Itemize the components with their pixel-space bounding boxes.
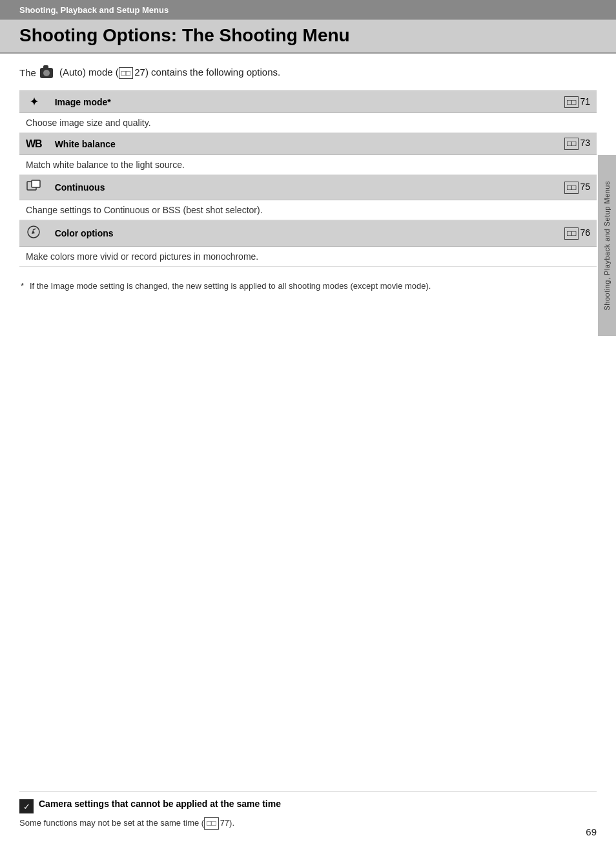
continuous-desc: Change settings to Continuous or BSS (be… xyxy=(19,200,597,220)
bottom-note-box: ✓ Camera settings that cannot be applied… xyxy=(19,799,597,813)
intro-page-ref: 27 xyxy=(134,67,145,78)
intro-prefix: The xyxy=(19,67,36,78)
table-row: Continuous □□75 xyxy=(19,175,597,200)
intro-suffix: ) contains the following options. xyxy=(145,67,280,78)
bottom-note-area: ✓ Camera settings that cannot be applied… xyxy=(19,791,597,830)
white-balance-desc: Match white balance to the light source. xyxy=(19,155,597,175)
image-mode-desc: Choose image size and quality. xyxy=(19,113,597,133)
page-number: 69 xyxy=(586,826,597,837)
side-tab: Shooting, Playback and Setup Menus xyxy=(598,155,616,336)
continuous-icon xyxy=(26,183,41,194)
wb-icon-cell: WB xyxy=(19,133,48,155)
footnote-marker: * xyxy=(21,280,26,293)
main-title-area: Shooting Options: The Shooting Menu xyxy=(0,20,616,54)
page-container: Shooting, Playback and Setup Menus Shoot… xyxy=(0,0,616,849)
continuous-icon-cell xyxy=(19,175,48,200)
color-options-icon xyxy=(26,230,41,241)
image-mode-icon-cell: ✦ xyxy=(19,91,48,113)
color-options-label: Color options xyxy=(48,220,407,247)
side-tab-text: Shooting, Playback and Setup Menus xyxy=(603,181,611,310)
content-area: The (Auto) mode (□□27) contains the foll… xyxy=(0,54,616,306)
image-mode-page-ref: □□71 xyxy=(407,91,597,113)
intro-ref-book: □□ xyxy=(119,67,134,79)
main-title: Shooting Options: The Shooting Menu xyxy=(19,25,350,45)
svg-line-3 xyxy=(33,229,36,230)
continuous-label: Continuous xyxy=(48,175,407,200)
table-row: Match white balance to the light source. xyxy=(19,155,597,175)
bottom-note-title: Camera settings that cannot be applied a… xyxy=(39,799,281,809)
svg-rect-1 xyxy=(32,180,40,187)
camera-icon xyxy=(40,68,53,78)
bottom-divider xyxy=(19,791,597,792)
table-row: Choose image size and quality. xyxy=(19,113,597,133)
table-row: Make colors more vivid or record picture… xyxy=(19,247,597,267)
color-options-desc: Make colors more vivid or record picture… xyxy=(19,247,597,267)
footnote-text: If the Image mode setting is changed, th… xyxy=(30,281,431,291)
table-row: WB White balance □□73 xyxy=(19,133,597,155)
table-row: Color options □□76 xyxy=(19,220,597,247)
intro-line: The (Auto) mode (□□27) contains the foll… xyxy=(19,67,597,79)
color-icon-cell xyxy=(19,220,48,247)
menu-table: ✦ Image mode* □□71 Choose image size and… xyxy=(19,90,597,267)
white-balance-icon: WB xyxy=(26,138,42,149)
white-balance-label: White balance xyxy=(48,133,407,155)
table-row: Change settings to Continuous or BSS (be… xyxy=(19,200,597,220)
image-mode-icon: ✦ xyxy=(30,96,38,107)
intro-middle: (Auto) mode (□□27) contains the followin… xyxy=(57,67,280,79)
white-balance-page-ref: □□73 xyxy=(407,133,597,155)
bottom-note-text: Some functions may not be set at the sam… xyxy=(19,817,597,830)
table-row: ✦ Image mode* □□71 xyxy=(19,91,597,113)
color-options-page-ref: □□76 xyxy=(407,220,597,247)
header-band-title: Shooting, Playback and Setup Menus xyxy=(19,5,169,15)
header-band: Shooting, Playback and Setup Menus xyxy=(0,0,616,20)
image-mode-label: Image mode* xyxy=(48,91,407,113)
continuous-page-ref: □□75 xyxy=(407,175,597,200)
footnote: * If the Image mode setting is changed, … xyxy=(19,280,597,293)
check-icon: ✓ xyxy=(19,799,34,813)
